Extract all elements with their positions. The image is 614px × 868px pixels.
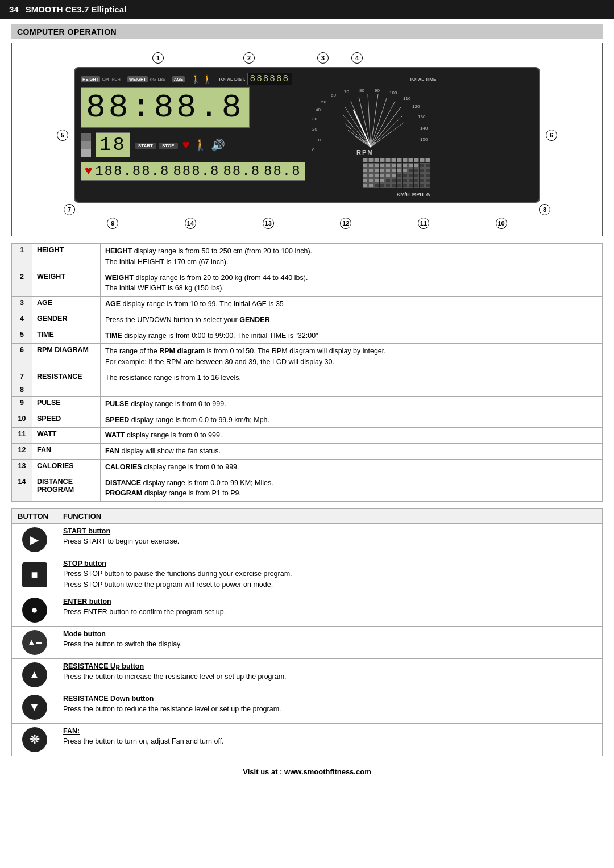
callout-1: 1 [152, 52, 164, 64]
button-table-header: BUTTON FUNCTION [12, 509, 603, 524]
button-row-enter: ● ENTER button Press ENTER button to con… [12, 594, 603, 626]
table-row: 12 FAN FAN display will show the fan sta… [12, 444, 603, 460]
res-down-button-icon-cell: ▼ [12, 691, 57, 723]
res-up-button-icon-cell: ▲ [12, 658, 57, 691]
svg-text:20: 20 [312, 127, 317, 132]
table-row: 6 RPM DIAGRAM The range of the RPM diagr… [12, 344, 603, 370]
enter-button-desc-cell: ENTER button Press ENTER button to confi… [57, 594, 603, 626]
svg-text:0: 0 [312, 147, 315, 152]
total-dist-display: 888888 [247, 73, 293, 85]
section-title: COMPUTER OPERATION [11, 24, 603, 39]
svg-text:130: 130 [418, 114, 426, 119]
row-label: DISTANCEPROGRAM [32, 475, 101, 502]
row-desc: TIME display range is from 0:00 to 99:00… [101, 328, 603, 344]
diagram-box: 1 2 3 4 5 HEIGHT CM INCH WEIGHT [11, 43, 603, 236]
svg-text:120: 120 [412, 104, 420, 109]
row-num: 14 [12, 475, 32, 502]
callout-2: 2 [243, 52, 255, 64]
callout-10: 10 [496, 218, 507, 229]
table-row: 13 CALORIES CALORIES display range is fr… [12, 459, 603, 475]
bar-matrix [363, 158, 430, 188]
svg-text:70: 70 [344, 89, 349, 94]
row-label: TIME [32, 328, 101, 344]
row-num: 6 [12, 344, 32, 370]
callout-7: 7 [64, 204, 75, 215]
height-label: HEIGHT [81, 76, 100, 82]
mode-button-desc-cell: Mode button Press the button to switch t… [57, 626, 603, 658]
callout-12: 12 [340, 218, 351, 229]
row-num: 11 [12, 428, 32, 444]
mode-button-title: Mode button [63, 630, 596, 638]
header-title: SMOOTH CE3.7 Elliptical [26, 5, 127, 14]
svg-text:100: 100 [389, 90, 397, 95]
age-label: AGE [172, 76, 185, 82]
resistance-bar-left [81, 133, 91, 157]
time-display: 88:88.8 [81, 87, 250, 128]
callout-13: 13 [263, 218, 274, 229]
row-label: HEIGHT [32, 244, 101, 270]
start-button-icon[interactable]: ▶ [22, 527, 47, 552]
row-label: PULSE [32, 396, 101, 412]
row-desc: HEIGHT display range is from 50 to 250 c… [101, 244, 603, 270]
callout-14: 14 [185, 218, 196, 229]
row-label: CALORIES [32, 459, 101, 475]
diagram-container: 1 2 3 4 5 HEIGHT CM INCH WEIGHT [21, 50, 593, 229]
table-row: 10 SPEED SPEED display range is from 0.0… [12, 412, 603, 428]
stop-button-desc: Press STOP button to pause the functions… [63, 570, 292, 589]
table-row: 5 TIME TIME display range is from 0:00 t… [12, 328, 603, 344]
row-label: WATT [32, 428, 101, 444]
calories-display: 888.8 [173, 164, 219, 179]
info-table: 1 HEIGHT HEIGHT display range is from 50… [11, 243, 603, 502]
row-label: WEIGHT [32, 270, 101, 297]
callout-6: 6 [546, 130, 557, 141]
table-row: 4 GENDER Press the UP/DOWN button to sel… [12, 312, 603, 328]
row-desc: Press the UP/DOWN button to select your … [101, 312, 603, 328]
inner-display-row: 88:88.8 [81, 87, 533, 197]
fan-button-desc-cell: FAN: Press the button to turn on, adjust… [57, 723, 603, 756]
mode-button-icon[interactable]: ▲▬ [22, 630, 47, 655]
kmh-label: KM/H [397, 191, 410, 197]
stop-button-icon-cell: ■ [12, 556, 57, 594]
lbs-label: LBS [157, 77, 165, 81]
heart-icon-bottom: ♥ [85, 164, 93, 178]
row-num: 4 [12, 312, 32, 328]
row-num: 9 [12, 396, 32, 412]
start-stop-labels: START STOP [135, 143, 178, 149]
total-time-label: TOTAL TIME [409, 77, 436, 82]
enter-button-icon-cell: ● [12, 594, 57, 626]
row-num: 1 [12, 244, 32, 270]
row-desc: FAN display will show the fan status. [101, 444, 603, 460]
callout-3: 3 [317, 52, 329, 64]
footer: Visit us at : www.smoothfitness.com [11, 767, 603, 782]
rpm-gauge: 0 10 20 30 40 50 60 70 80 90 [311, 87, 430, 156]
mode-button-icon-cell: ▲▬ [12, 626, 57, 658]
table-row: 2 WEIGHT WEIGHT display range is from 20… [12, 270, 603, 297]
callout-11: 11 [418, 218, 429, 229]
row-desc: The resistance range is from 1 to 16 lev… [101, 370, 603, 396]
fan-button-title: FAN: [63, 727, 596, 735]
button-row-res-up: ▲ RESISTANCE Up button Press the button … [12, 658, 603, 691]
table-row: 7 8 RESISTANCE The resistance range is f… [12, 370, 603, 396]
res-up-button-icon[interactable]: ▲ [22, 662, 47, 687]
bottom-num-row: ♥ 188.88.8 888.8 88.8 88.8 [81, 162, 305, 181]
stop-button-icon[interactable]: ■ [22, 562, 47, 587]
start-label: START [135, 143, 156, 149]
res-down-button-icon[interactable]: ▼ [22, 695, 47, 720]
person-icon: 🚶 [191, 74, 201, 84]
mode-button-desc: Press the button to switch the display. [63, 640, 182, 648]
res-down-button-desc: Press the button to reduce the resistanc… [63, 705, 281, 713]
button-row-mode: ▲▬ Mode button Press the button to switc… [12, 626, 603, 658]
kg-label: KG [150, 77, 156, 82]
row-label: GENDER [32, 312, 101, 328]
button-row-stop: ■ STOP button Press STOP button to pause… [12, 556, 603, 594]
main-display: HEIGHT CM INCH WEIGHT KG LBS AGE 🚶 🚶 TOT… [74, 67, 540, 203]
row-num: 7 8 [12, 370, 32, 396]
res-up-button-desc-cell: RESISTANCE Up button Press the button to… [57, 658, 603, 691]
fan-button-icon[interactable]: ❋ [22, 727, 47, 752]
enter-button-icon[interactable]: ● [22, 598, 47, 623]
main-content: COMPUTER OPERATION 1 2 3 4 5 HEIGHT [0, 19, 614, 793]
fan-button-desc: Press the button to turn on, adjust Fan … [63, 737, 224, 745]
svg-text:60: 60 [331, 93, 336, 98]
unit-labels: KM/H MPH % [397, 191, 430, 197]
row-desc: PULSE display range is from 0 to 999. [101, 396, 603, 412]
